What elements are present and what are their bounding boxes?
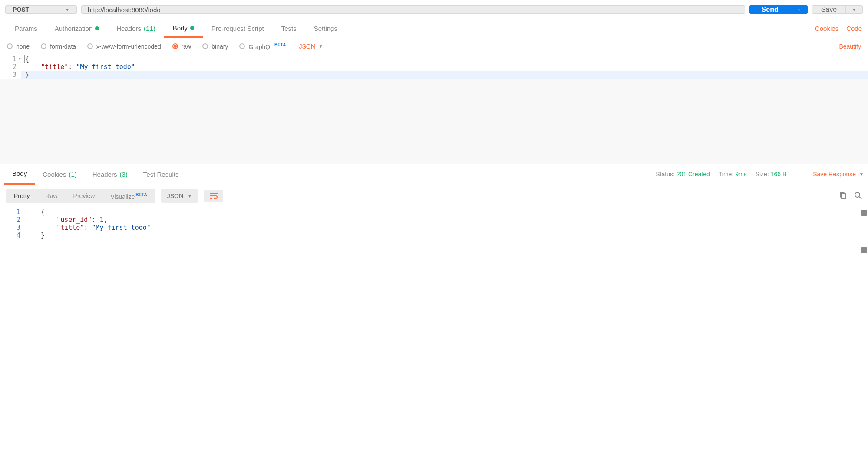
send-dropdown[interactable]: ▼ xyxy=(791,5,808,14)
fold-icon[interactable]: ▼ xyxy=(19,56,21,61)
resp-tab-headers[interactable]: Headers (3) xyxy=(85,164,135,185)
radio-icon xyxy=(87,43,93,49)
request-bar: POST ▼ Send ▼ Save ▼ xyxy=(0,0,868,19)
response-tabs: Body Cookies (1) Headers (3) Test Result… xyxy=(0,164,868,185)
svg-point-2 xyxy=(855,192,860,197)
radio-icon xyxy=(239,43,245,49)
resp-size: 166 B xyxy=(771,171,787,178)
chevron-down-icon: ▼ xyxy=(797,7,802,12)
save-dropdown[interactable]: ▼ xyxy=(845,6,862,13)
response-body-viewer[interactable]: 1{ 2 "user_id": 1, 3 "title": "My first … xyxy=(0,208,868,294)
seg-pretty[interactable]: Pretty xyxy=(6,189,38,204)
beautify-link[interactable]: Beautify xyxy=(839,43,861,50)
resp-tab-test-results[interactable]: Test Results xyxy=(135,164,187,185)
wrap-icon xyxy=(209,192,218,199)
chevron-down-icon: ▼ xyxy=(859,172,864,177)
radio-icon xyxy=(202,43,208,49)
tab-body[interactable]: Body xyxy=(164,19,203,38)
tab-settings[interactable]: Settings xyxy=(305,19,346,38)
copy-icon[interactable] xyxy=(838,192,846,201)
tab-prerequest[interactable]: Pre-request Script xyxy=(203,19,273,38)
view-mode-segmented: Pretty Raw Preview VisualizeBETA xyxy=(6,189,155,204)
body-content-type-select[interactable]: JSON▼ xyxy=(299,43,323,50)
beta-badge: BETA xyxy=(274,43,286,47)
chevron-down-icon: ▼ xyxy=(319,44,323,49)
scrollbar-thumb[interactable] xyxy=(861,210,867,216)
resp-tab-body[interactable]: Body xyxy=(4,164,35,185)
response-format-select[interactable]: JSON▼ xyxy=(161,189,198,203)
save-button[interactable]: Save ▼ xyxy=(812,5,863,14)
radio-icon xyxy=(172,43,178,49)
request-body-editor[interactable]: 1▼ { 2 "title": "My first todo" 3 } xyxy=(0,55,868,164)
method-value: POST xyxy=(13,6,29,13)
chevron-down-icon: ▼ xyxy=(188,194,192,198)
radio-icon xyxy=(41,43,46,49)
seg-preview[interactable]: Preview xyxy=(66,189,103,204)
cookies-link[interactable]: Cookies xyxy=(815,25,838,32)
resp-status: 201 Created xyxy=(677,171,710,178)
scrollbar-thumb[interactable] xyxy=(861,247,867,253)
radio-icon xyxy=(7,43,13,49)
url-input[interactable] xyxy=(81,5,745,14)
body-type-row: none form-data x-www-form-urlencoded raw… xyxy=(0,38,868,55)
radio-none[interactable]: none xyxy=(7,43,30,50)
svg-rect-1 xyxy=(842,193,846,198)
seg-raw[interactable]: Raw xyxy=(38,189,66,204)
status-dot-icon xyxy=(95,26,99,30)
tab-authorization[interactable]: Authorization xyxy=(46,19,108,38)
resp-tab-cookies[interactable]: Cookies (1) xyxy=(35,164,85,185)
response-view-bar: Pretty Raw Preview VisualizeBETA JSON▼ xyxy=(0,185,868,208)
beta-badge: BETA xyxy=(135,192,147,197)
request-tabs: Params Authorization Headers (11) Body P… xyxy=(0,19,868,38)
tab-params[interactable]: Params xyxy=(6,19,46,38)
radio-binary[interactable]: binary xyxy=(202,43,228,50)
radio-raw[interactable]: raw xyxy=(172,43,191,50)
save-response-button[interactable]: Save Response▼ xyxy=(804,171,864,178)
tab-tests[interactable]: Tests xyxy=(273,19,305,38)
status-dot-icon xyxy=(190,26,194,30)
radio-graphql[interactable]: GraphQLBETA xyxy=(239,43,286,50)
code-link[interactable]: Code xyxy=(846,25,862,32)
method-selector[interactable]: POST ▼ xyxy=(5,5,77,14)
chevron-down-icon: ▼ xyxy=(65,7,69,12)
resp-time: 9ms xyxy=(735,171,746,178)
seg-visualize[interactable]: VisualizeBETA xyxy=(102,189,155,204)
send-button[interactable]: Send ▼ xyxy=(749,5,808,14)
wrap-lines-button[interactable] xyxy=(204,190,223,202)
response-meta: Status: 201 Created Time: 9ms Size: 166 … xyxy=(656,171,864,178)
send-label: Send xyxy=(749,6,791,13)
radio-form-data[interactable]: form-data xyxy=(41,43,76,50)
tab-headers[interactable]: Headers (11) xyxy=(108,19,164,38)
svg-line-3 xyxy=(859,197,861,199)
search-icon[interactable] xyxy=(854,192,862,201)
radio-urlencoded[interactable]: x-www-form-urlencoded xyxy=(87,43,161,50)
chevron-down-icon: ▼ xyxy=(852,7,856,12)
save-label: Save xyxy=(812,6,845,13)
